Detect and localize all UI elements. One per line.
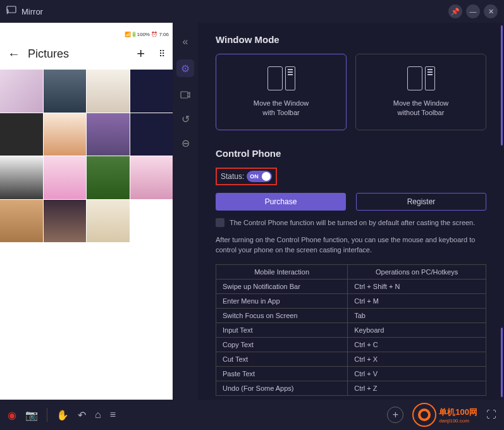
phone-page-title: Pictures — [28, 47, 129, 61]
table-cell: Ctrl + V — [348, 366, 486, 381]
register-button[interactable]: Register — [356, 193, 486, 211]
purchase-button[interactable]: Purchase — [216, 193, 346, 211]
table-cell: Ctrl + M — [348, 293, 486, 308]
photo-thumb[interactable] — [87, 113, 130, 156]
default-on-checkbox[interactable] — [216, 218, 224, 227]
settings-gear-icon[interactable]: ⚙ — [176, 59, 194, 77]
fullscreen-icon[interactable]: ⛶ — [486, 409, 496, 421]
phone-statusbar: 📶🔋100% ⏰ 7:06 — [0, 29, 173, 39]
phone-mirror-pane[interactable]: 📶🔋100% ⏰ 7:06 ← Pictures + ⠿ — [0, 23, 173, 400]
titlebar: Mirror 📌 — ✕ — [0, 0, 504, 23]
more-icon[interactable]: ⊖ — [179, 137, 192, 149]
table-cell: Paste Text — [216, 366, 348, 381]
mode-label: Move the Window with Toolbar — [223, 99, 340, 118]
table-cell: Enter Menu in App — [216, 293, 348, 308]
photo-thumb[interactable] — [44, 70, 87, 113]
mode-without-toolbar[interactable]: Move the Window without Toolbar — [355, 54, 486, 130]
record-icon[interactable]: ◉ — [8, 409, 16, 421]
minimize-button[interactable]: — — [466, 4, 480, 18]
app-title: Mirror — [22, 7, 43, 16]
table-cell: Cut Text — [216, 352, 348, 366]
photo-thumb[interactable] — [87, 200, 130, 243]
scroll-indicator — [501, 328, 503, 397]
add-circle-icon[interactable]: + — [387, 407, 403, 423]
table-row: Switch Focus on ScreenTab — [216, 308, 486, 322]
table-row: Copy TextCtrl + C — [216, 337, 486, 352]
photo-thumb[interactable] — [130, 70, 173, 113]
help-text: After turning on the Control Phone funct… — [216, 235, 486, 255]
photo-thumb[interactable] — [0, 70, 43, 113]
table-row: Input TextKeyboard — [216, 322, 486, 337]
history-icon[interactable]: ↺ — [179, 113, 192, 125]
add-icon[interactable]: + — [137, 46, 145, 62]
scroll-indicator — [501, 25, 503, 145]
hotkey-table: Mobile Interaction Operations on PC/Hotk… — [216, 264, 486, 396]
table-cell: Ctrl + C — [348, 337, 486, 352]
screenshot-icon[interactable]: 📷 — [25, 409, 38, 421]
photo-thumb[interactable] — [87, 156, 130, 199]
table-cell: Input Text — [216, 322, 348, 337]
hand-tool-icon[interactable]: ✋ — [56, 409, 69, 421]
grid-view-icon[interactable]: ⠿ — [159, 49, 165, 59]
photo-thumb[interactable] — [44, 200, 87, 243]
control-phone-title: Control Phone — [216, 148, 486, 159]
table-header: Mobile Interaction — [216, 264, 348, 279]
status-label: Status: — [221, 172, 244, 181]
table-cell: Undo (For Some Apps) — [216, 381, 348, 395]
table-row: Swipe up Notification BarCtrl + Shift + … — [216, 279, 486, 293]
brand-logo-icon — [412, 403, 436, 427]
home-icon[interactable]: ⌂ — [95, 409, 101, 421]
table-cell: Switch Focus on Screen — [216, 308, 348, 322]
window-mode-title: Window Mode — [216, 34, 486, 45]
photo-thumb[interactable] — [44, 156, 87, 199]
settings-panel: Window Mode Move the Window with Toolbar… — [198, 23, 504, 400]
pin-button[interactable]: 📌 — [448, 4, 462, 18]
photo-thumb[interactable] — [44, 113, 87, 156]
table-header: Operations on PC/Hotkeys — [348, 264, 486, 279]
table-cell: Tab — [348, 308, 486, 322]
brand-name: 单机100网 — [439, 407, 477, 418]
mode-label: Move the Window without Toolbar — [362, 99, 479, 118]
table-cell: Ctrl + X — [348, 352, 486, 366]
table-cell: Ctrl + Z — [348, 381, 486, 395]
mode-with-toolbar[interactable]: Move the Window with Toolbar — [216, 54, 347, 130]
table-cell: Copy Text — [216, 337, 348, 352]
collapse-icon[interactable]: « — [179, 35, 192, 48]
control-phone-toggle[interactable]: ON — [247, 171, 272, 182]
table-cell: Swipe up Notification Bar — [216, 279, 348, 293]
table-cell: Keyboard — [348, 322, 486, 337]
table-cell: Ctrl + Shift + N — [348, 279, 486, 293]
photo-thumb[interactable] — [0, 200, 43, 243]
table-row: Enter Menu in AppCtrl + M — [216, 293, 486, 308]
table-row: Undo (For Some Apps)Ctrl + Z — [216, 381, 486, 395]
bottombar: ◉ 📷 ✋ ↶ ⌂ ≡ + 单机100网 danji100.com ⛶ — [0, 400, 504, 430]
photo-thumb[interactable] — [130, 156, 173, 199]
table-row: Cut TextCtrl + X — [216, 352, 486, 366]
brand: 单机100网 danji100.com — [412, 403, 477, 427]
svg-rect-1 — [181, 92, 188, 98]
close-button[interactable]: ✕ — [484, 4, 498, 18]
undo-icon[interactable]: ↶ — [78, 409, 86, 421]
photo-thumb[interactable] — [87, 70, 130, 113]
table-row: Paste TextCtrl + V — [216, 366, 486, 381]
settings-sidebar: « ⚙ ↺ ⊖ — [173, 23, 198, 400]
cast-icon — [6, 6, 16, 17]
photo-thumb[interactable] — [0, 113, 43, 156]
photo-thumb[interactable] — [130, 113, 173, 156]
photo-grid — [0, 70, 173, 242]
camera-icon[interactable] — [179, 89, 192, 101]
toggle-state: ON — [250, 173, 259, 180]
checkbox-label: The Control Phone function will be turne… — [230, 219, 475, 226]
brand-url: danji100.com — [439, 418, 477, 424]
back-arrow-icon[interactable]: ← — [8, 47, 20, 61]
photo-thumb[interactable] — [0, 156, 43, 199]
menu-icon[interactable]: ≡ — [110, 409, 116, 421]
